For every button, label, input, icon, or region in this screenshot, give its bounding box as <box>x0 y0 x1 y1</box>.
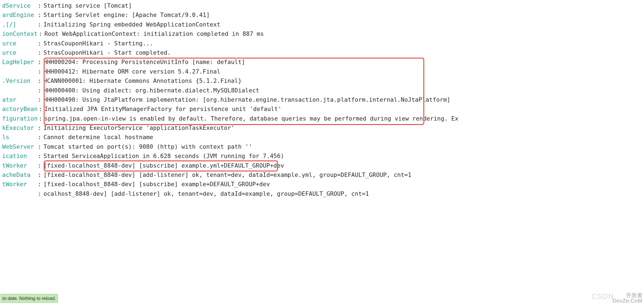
log-message: HHH000400: Using dialect: org.hibernate.… <box>43 86 259 95</box>
log-message: spring.jpa.open-in-view is enabled by de… <box>44 114 458 123</box>
log-message: [fixed-localhost_8848-dev] [subscribe] e… <box>43 180 270 189</box>
logger-name: ardEngine <box>2 10 37 20</box>
log-line[interactable]: figuration:spring.jpa.open-in-view is en… <box>2 114 644 123</box>
separator: : <box>38 151 41 161</box>
logger-name: urce <box>2 39 37 48</box>
log-message: HCANN000001: Hibernate Commons Annotatio… <box>43 76 242 86</box>
logger-name: ls <box>2 133 37 142</box>
log-line[interactable]: ication:Started ServiceaApplication in 6… <box>2 151 644 161</box>
log-message: Initialized JPA EntityManagerFactory for… <box>44 104 281 114</box>
log-line[interactable]: tWorker:[fixed-localhost_8848-dev] [subs… <box>2 161 644 170</box>
log-message: HHH000490: Using JtaPlatform implementat… <box>43 95 450 104</box>
log-message: Cannot determine local hostname <box>43 133 153 142</box>
log-line[interactable]: ls:Cannot determine local hostname <box>2 133 644 142</box>
separator: : <box>38 142 41 151</box>
log-line[interactable]: urce:StrasCouponHikari - Starting... <box>2 39 644 48</box>
logger-name: acheData <box>2 170 37 180</box>
log-message: HHH000412: Hibernate ORM core version 5.… <box>43 67 220 76</box>
separator: : <box>38 170 41 180</box>
log-line[interactable]: :HHH000412: Hibernate ORM core version 5… <box>2 67 644 76</box>
logger-name: urce <box>2 48 37 57</box>
log-line[interactable]: ionContext:Root WebApplicationContext: i… <box>2 29 644 39</box>
log-message: Initializing Spring embedded WebApplicat… <box>43 20 220 29</box>
log-line[interactable]: :ocalhost_8848-dev] [add-listener] ok, t… <box>2 189 644 198</box>
logger-name: tWorker <box>2 180 37 189</box>
log-line[interactable]: LogHelper:HHH000204: Processing Persiste… <box>2 57 644 67</box>
log-message: Initializing ExecutorService 'applicatio… <box>43 123 235 133</box>
separator: : <box>38 57 41 67</box>
logger-name: .Version <box>2 76 37 86</box>
log-line[interactable]: ator:HHH000490: Using JtaPlatform implem… <box>2 95 644 104</box>
logger-name: ionContext <box>2 29 37 39</box>
log-message: ocalhost_8848-dev] [add-listener] ok, te… <box>43 189 369 198</box>
log-message: Root WebApplicationContext: initializati… <box>44 29 264 39</box>
log-message: Tomcat started on port(s): 9080 (http) w… <box>43 142 252 151</box>
separator: : <box>38 86 41 95</box>
log-line[interactable]: .Version:HCANN000001: Hibernate Commons … <box>2 76 644 86</box>
log-message: Starting service [Tomcat] <box>43 1 132 10</box>
log-message: [fixed-localhost_8848-dev] [add-listener… <box>43 170 411 180</box>
log-message: HHH000204: Processing PersistenceUnitInf… <box>43 57 245 67</box>
logger-name: kExecutor <box>2 123 37 133</box>
log-line[interactable]: WebServer:Tomcat started on port(s): 908… <box>2 142 644 151</box>
log-message: StrasCouponHikari - Start completed. <box>43 48 171 57</box>
log-message: [fixed-localhost_8848-dev] [subscribe] e… <box>43 161 284 170</box>
separator: : <box>38 1 41 10</box>
separator: : <box>38 189 41 198</box>
separator: : <box>38 133 41 142</box>
logger-name <box>2 67 37 76</box>
logger-name: ication <box>2 151 37 161</box>
log-line[interactable]: ardEngine:Starting Servlet engine: [Apac… <box>2 10 644 20</box>
logger-name: ator <box>2 95 37 104</box>
separator: : <box>39 29 42 39</box>
separator: : <box>39 114 42 123</box>
log-message: Started ServiceaApplication in 6.628 sec… <box>43 151 284 161</box>
log-line[interactable]: urce:StrasCouponHikari - Start completed… <box>2 48 644 57</box>
logger-name: actoryBean <box>2 104 37 114</box>
separator: : <box>38 67 41 76</box>
logger-name: figuration <box>2 114 37 123</box>
log-line[interactable]: acheData:[fixed-localhost_8848-dev] [add… <box>2 170 644 180</box>
logger-name: dService <box>2 1 37 10</box>
logger-name: tWorker <box>2 161 37 170</box>
separator: : <box>38 39 41 48</box>
logger-name: .[/] <box>2 20 37 29</box>
separator: : <box>38 180 41 189</box>
separator: : <box>38 10 41 20</box>
logger-name: LogHelper <box>2 57 37 67</box>
logger-name <box>2 189 37 198</box>
separator: : <box>38 48 41 57</box>
log-line[interactable]: tWorker:[fixed-localhost_8848-dev] [subs… <box>2 180 644 189</box>
log-output[interactable]: dService:Starting service [Tomcat]ardEng… <box>2 1 644 198</box>
log-line[interactable]: :HHH000400: Using dialect: org.hibernate… <box>2 86 644 95</box>
separator: : <box>38 76 41 86</box>
log-line[interactable]: .[/]:Initializing Spring embedded WebApp… <box>2 20 644 29</box>
logger-name: WebServer <box>2 142 37 151</box>
logger-name <box>2 86 37 95</box>
separator: : <box>38 20 41 29</box>
log-line[interactable]: kExecutor:Initializing ExecutorService '… <box>2 123 644 133</box>
separator: : <box>38 161 41 170</box>
separator: : <box>38 95 41 104</box>
separator: : <box>39 104 42 114</box>
separator: : <box>38 123 41 133</box>
log-line[interactable]: dService:Starting service [Tomcat] <box>2 1 644 10</box>
log-line[interactable]: actoryBean:Initialized JPA EntityManager… <box>2 104 644 114</box>
log-message: StrasCouponHikari - Starting... <box>43 39 153 48</box>
log-message: Starting Servlet engine: [Apache Tomcat/… <box>43 10 210 20</box>
